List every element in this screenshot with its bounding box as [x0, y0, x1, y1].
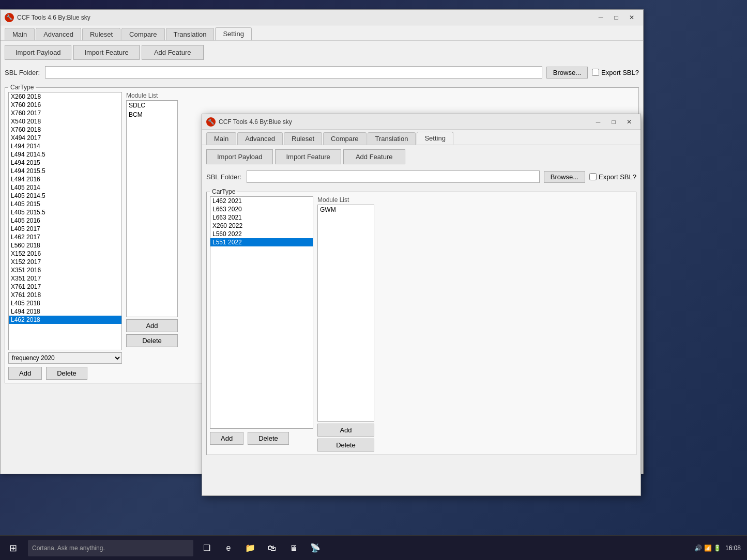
start-button[interactable]: ⊞	[0, 536, 26, 560]
fg-minimize-button[interactable]: ─	[591, 116, 605, 128]
list-item[interactable]: X260 2022	[210, 222, 313, 230]
fg-car-list[interactable]: L462 2021 L663 2020 L663 2021 X260 2022 …	[210, 196, 313, 429]
bg-car-list[interactable]: X260 2018 X760 2016 X760 2017 X540 2018 …	[8, 92, 122, 350]
list-item[interactable]: X540 2018	[9, 117, 121, 126]
list-item[interactable]: L405 2018	[9, 299, 121, 307]
fg-add-delete-row: Add Delete	[210, 432, 313, 445]
fg-cartype-legend: CarType	[210, 188, 237, 195]
module-item[interactable]: SDLC	[127, 101, 177, 110]
cortana-search[interactable]: Cortana. Ask me anything.	[28, 540, 193, 556]
fg-tab-setting[interactable]: Setting	[417, 132, 453, 145]
fg-app-icon: 🔧	[206, 117, 216, 127]
fg-export-sbl-checkbox[interactable]	[589, 173, 597, 180]
bg-module-add-button[interactable]: Add	[126, 319, 178, 332]
bg-tab-advanced[interactable]: Advanced	[36, 28, 81, 40]
list-item[interactable]: L494 2014	[9, 142, 121, 150]
list-item[interactable]: X760 2017	[9, 109, 121, 117]
list-item[interactable]: L405 2016	[9, 216, 121, 225]
edge-icon[interactable]: e	[219, 539, 238, 557]
fg-module-add-delete: Add Delete	[317, 424, 374, 452]
list-item[interactable]: L462 2021	[210, 197, 313, 205]
list-item[interactable]: L494 2014.5	[9, 150, 121, 159]
bg-car-dropdown[interactable]: frequency 2020	[8, 352, 122, 364]
fg-module-add-button[interactable]: Add	[317, 424, 374, 437]
list-item[interactable]: L560 2018	[9, 241, 121, 250]
bg-minimize-button[interactable]: ─	[593, 12, 608, 23]
list-item[interactable]: X494 2017	[9, 134, 121, 142]
bg-toolbar: Import Payload Import Feature Add Featur…	[1, 41, 643, 64]
bg-sbl-row: SBL Folder: Browse... Export SBL?	[1, 64, 643, 81]
bg-tab-ruleset[interactable]: Ruleset	[82, 28, 120, 40]
fg-restore-button[interactable]: □	[606, 116, 621, 128]
fg-delete-button[interactable]: Delete	[248, 432, 289, 445]
bg-tab-main[interactable]: Main	[5, 28, 35, 40]
list-item[interactable]: X351 2017	[9, 274, 121, 283]
fg-add-button[interactable]: Add	[210, 432, 243, 445]
bg-tab-translation[interactable]: Translation	[166, 28, 215, 40]
bg-module-delete-button[interactable]: Delete	[126, 334, 178, 347]
list-item-selected[interactable]: L551 2022	[210, 238, 313, 246]
fg-sbl-row: SBL Folder: Browse... Export SBL?	[202, 168, 641, 185]
list-item[interactable]: L663 2021	[210, 213, 313, 222]
fg-tab-translation[interactable]: Translation	[368, 132, 416, 145]
list-item-selected[interactable]: L462 2018	[9, 316, 121, 324]
bg-add-button[interactable]: Add	[8, 367, 42, 380]
list-item[interactable]: L663 2020	[210, 205, 313, 213]
list-item[interactable]: L405 2015	[9, 200, 121, 208]
list-item[interactable]: X761 2018	[9, 291, 121, 299]
task-view-icon[interactable]: ❑	[197, 539, 216, 557]
bg-browse-button[interactable]: Browse...	[546, 67, 588, 79]
bg-sbl-input[interactable]	[45, 66, 542, 79]
module-item[interactable]: GWM	[318, 205, 374, 214]
list-item[interactable]: L494 2016	[9, 175, 121, 183]
fg-tab-advanced[interactable]: Advanced	[237, 132, 283, 145]
list-item[interactable]: L560 2022	[210, 230, 313, 238]
fg-import-payload-button[interactable]: Import Payload	[206, 149, 273, 164]
fg-module-list[interactable]: GWM	[317, 205, 374, 422]
bg-add-feature-button[interactable]: Add Feature	[142, 45, 204, 60]
remote-icon[interactable]: 🖥	[284, 539, 303, 557]
store-icon[interactable]: 🛍	[263, 539, 281, 557]
list-item[interactable]: X760 2018	[9, 126, 121, 134]
list-item[interactable]: L405 2014	[9, 183, 121, 192]
list-item[interactable]: L494 2015.5	[9, 167, 121, 175]
list-item[interactable]: L462 2017	[9, 233, 121, 241]
taskbar-icons: ❑ e 📁 🛍 🖥 📡	[193, 539, 329, 557]
wifi-icon[interactable]: 📡	[306, 539, 325, 557]
list-item[interactable]: X152 2016	[9, 250, 121, 258]
list-item[interactable]: L405 2017	[9, 225, 121, 233]
list-item[interactable]: L405 2015.5	[9, 208, 121, 216]
list-item[interactable]: X760 2016	[9, 101, 121, 109]
list-item[interactable]: L405 2014.5	[9, 192, 121, 200]
bg-restore-button[interactable]: □	[609, 12, 623, 23]
bg-close-button[interactable]: ✕	[624, 12, 639, 23]
bg-export-sbl-label: Export SBL?	[601, 69, 639, 76]
list-item[interactable]: L494 2015	[9, 159, 121, 167]
fg-close-button[interactable]: ✕	[622, 116, 636, 128]
bg-export-sbl-checkbox[interactable]	[592, 69, 599, 76]
bg-delete-button[interactable]: Delete	[46, 367, 87, 380]
bg-import-feature-button[interactable]: Import Feature	[73, 45, 139, 60]
fg-sbl-input[interactable]	[247, 170, 540, 183]
explorer-icon[interactable]: 📁	[241, 539, 260, 557]
list-item[interactable]: L494 2018	[9, 307, 121, 316]
fg-module-delete-button[interactable]: Delete	[317, 439, 374, 452]
fg-tab-ruleset[interactable]: Ruleset	[284, 132, 322, 145]
list-item[interactable]: X152 2017	[9, 258, 121, 266]
bg-export-sbl-wrap: Export SBL?	[592, 69, 639, 76]
bg-module-list-label: Module List	[126, 92, 178, 99]
system-icons: 🔊 📶 🔋	[694, 545, 721, 552]
module-item[interactable]: BCM	[127, 110, 177, 119]
bg-module-list[interactable]: SDLC BCM	[126, 100, 178, 317]
list-item[interactable]: X260 2018	[9, 92, 121, 101]
fg-browse-button[interactable]: Browse...	[544, 171, 585, 183]
bg-import-payload-button[interactable]: Import Payload	[5, 45, 71, 60]
fg-import-feature-button[interactable]: Import Feature	[275, 149, 341, 164]
bg-tab-setting[interactable]: Setting	[215, 27, 251, 40]
fg-add-feature-button[interactable]: Add Feature	[343, 149, 405, 164]
list-item[interactable]: X351 2016	[9, 266, 121, 274]
fg-tab-compare[interactable]: Compare	[323, 132, 366, 145]
fg-tab-main[interactable]: Main	[206, 132, 236, 145]
bg-tab-compare[interactable]: Compare	[121, 28, 164, 40]
list-item[interactable]: X761 2017	[9, 283, 121, 291]
